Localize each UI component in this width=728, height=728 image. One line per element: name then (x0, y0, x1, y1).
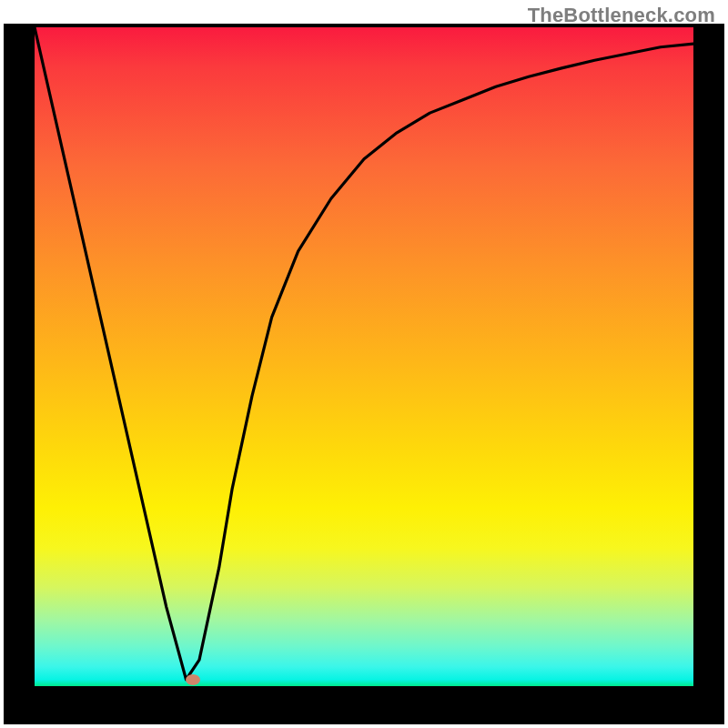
curve-svg (35, 27, 693, 686)
chart-container: TheBottleneck.com (0, 0, 728, 728)
optimum-marker (186, 674, 200, 685)
plot-area (35, 27, 693, 686)
curve-path (35, 27, 693, 680)
plot-frame (4, 24, 724, 724)
